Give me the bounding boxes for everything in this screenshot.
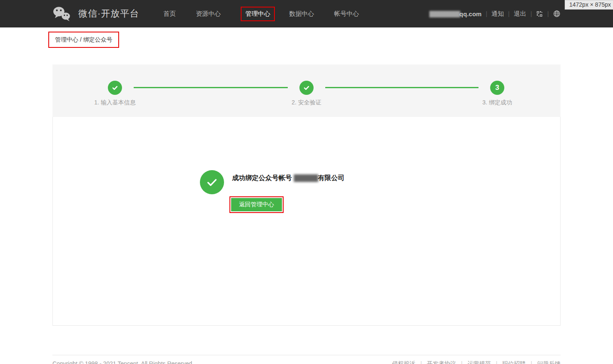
nav-item-management[interactable]: 管理中心	[245, 10, 270, 17]
footer-links: 侵权投诉 开发者协议 运营规范 职位招聘 问题反馈	[392, 360, 561, 364]
stepper: 3 1. 输入基本信息 2. 安全验证 3. 绑定成功	[52, 64, 561, 117]
user-email: ██████████qq.com	[429, 10, 481, 17]
footer-link-feedback[interactable]: 问题反馈	[526, 360, 561, 364]
footer-link-agreement[interactable]: 开发者协议	[415, 360, 456, 364]
wechat-logo	[52, 6, 71, 22]
notifications-link[interactable]: 通知	[491, 10, 504, 18]
step2-label: 2. 安全验证	[292, 99, 321, 106]
divider: |	[508, 10, 510, 17]
top-navbar: 微信·开放平台 首页 资源中心 管理中心 数据中心 帐号中心 █████████…	[0, 0, 613, 27]
email-domain: qq.com	[459, 10, 481, 17]
account-name-redacted: ██████	[294, 174, 318, 181]
main-nav: 首页 资源中心 管理中心 数据中心 帐号中心	[163, 7, 379, 21]
bind-wizard-card: 3 1. 输入基本信息 2. 安全验证 3. 绑定成功 成功绑定公众号帐号 ██…	[52, 64, 561, 326]
annotation-box-nav: 管理中心	[241, 7, 275, 21]
viewport-size-badge: 613px × 364px	[565, 0, 613, 10]
breadcrumb-row: 管理中心 / 绑定公众号	[52, 27, 561, 48]
step3-number-badge: 3	[490, 81, 504, 95]
result-panel: 成功绑定公众号帐号 ██████有限公司 返回管理中心	[52, 117, 561, 326]
divider: |	[547, 10, 549, 17]
step1-check-icon	[108, 81, 122, 95]
email-redacted: ██████████	[429, 11, 459, 17]
back-to-management-button[interactable]: 返回管理中心	[231, 198, 282, 211]
globe-icon[interactable]	[553, 10, 561, 17]
brand-title: 微信·开放平台	[78, 7, 139, 20]
divider: |	[531, 10, 532, 17]
copyright-text: Copyright © 1998 - 2021 Tencent. All Rig…	[52, 360, 194, 364]
nav-item-account[interactable]: 帐号中心	[334, 10, 359, 18]
logout-link[interactable]: 退出	[514, 10, 526, 18]
nav-item-home[interactable]: 首页	[163, 10, 176, 18]
step1-label: 1. 输入基本信息	[94, 99, 136, 106]
annotation-box-button: 返回管理中心	[229, 196, 284, 213]
divider: |	[486, 10, 487, 17]
step-connector-2	[325, 87, 478, 88]
annotation-box-breadcrumb: 管理中心 / 绑定公众号	[48, 32, 119, 48]
success-check-icon	[200, 170, 224, 194]
footer-link-rules[interactable]: 运营规范	[456, 360, 491, 364]
page-footer: Copyright © 1998 - 2021 Tencent. All Rig…	[52, 355, 561, 364]
step2-check-icon	[299, 81, 314, 95]
footer-link-jobs[interactable]: 职位招聘	[491, 360, 526, 364]
nav-item-data[interactable]: 数据中心	[289, 10, 314, 18]
breadcrumb[interactable]: 管理中心 / 绑定公众号	[55, 36, 112, 43]
footer-link-complaint[interactable]: 侵权投诉	[392, 360, 415, 364]
success-message: 成功绑定公众号帐号 ██████有限公司	[232, 174, 344, 183]
step3-label: 3. 绑定成功	[482, 99, 512, 106]
qr-code-icon[interactable]	[536, 10, 543, 17]
step-connector-1	[134, 87, 288, 88]
nav-item-resources[interactable]: 资源中心	[196, 10, 221, 18]
